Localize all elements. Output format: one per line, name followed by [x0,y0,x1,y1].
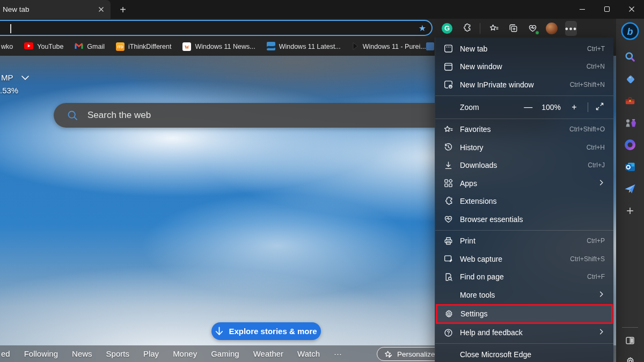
add-sidebar-icon[interactable]: + [619,204,641,217]
games-icon[interactable] [619,116,641,129]
menu-item-help-and-feedback[interactable]: Help and feedback [435,324,613,342]
tools-icon[interactable] [619,94,641,107]
bookmark-item[interactable]: Windows 11 Latest... [267,42,341,52]
bookmark-item[interactable]: iTDiThinkDifferent [116,42,171,51]
browser-toolbar: ★ G●●● [0,19,616,38]
web-capture-icon [443,254,453,264]
nav-item[interactable]: Following [24,349,58,358]
extensions-icon[interactable] [460,22,472,35]
bookmark-label: Windows 11 News... [195,43,255,50]
split-view-icon[interactable] [619,334,641,347]
nav-item[interactable]: Weather [253,349,283,358]
menu-item-downloads[interactable]: DownloadsCtrl+J [435,157,613,175]
outlook-icon[interactable] [619,160,641,173]
favorite-star-icon[interactable]: ★ [419,23,426,34]
menu-item-label: Find on page [460,272,504,281]
bookmark-label: wko [1,43,13,50]
chevron-right-icon [598,291,605,299]
menu-item-new-tab[interactable]: New tabCtrl+T [435,40,613,58]
nav-item[interactable]: ed [1,349,10,358]
menu-item-shortcut: Ctrl+F [587,273,605,280]
menu-item-label: Apps [460,179,477,188]
fullscreen-icon[interactable] [595,101,605,113]
address-bar[interactable]: ★ [0,20,433,36]
downloads-icon [443,160,453,171]
bookmark-item[interactable]: Windows 11 - Purei... [352,42,426,52]
browser-essentials-icon[interactable] [526,22,538,35]
toolbar-divider [480,23,480,34]
menu-item-extensions[interactable]: Extensions [435,193,613,211]
menu-item-label: Downloads [460,161,497,169]
bookmark-label: Windows 11 Latest... [279,43,341,50]
favorites-icon[interactable] [488,22,500,35]
profile-avatar[interactable] [546,22,558,35]
bookmark-item[interactable]: wWindows 11 News... [182,42,255,51]
bookmark-item[interactable]: YouTube [24,42,63,51]
minimize-button[interactable] [570,0,595,18]
sidebar-divider [622,327,638,328]
drop-icon[interactable] [619,182,641,195]
nav-item[interactable]: News [72,349,92,358]
browser-essentials-icon [443,214,453,224]
menu-item-history[interactable]: HistoryCtrl+H [435,138,613,157]
nav-item[interactable]: Gaming [211,349,239,358]
sidebar-bottom [616,327,644,362]
sidebar-settings-gear-icon[interactable] [619,354,641,362]
menu-item-new-inprivate-window[interactable]: New InPrivate windowCtrl+Shift+N [435,76,613,94]
nav-item[interactable]: Play [143,349,159,358]
search-placeholder: Search the web [87,110,151,121]
market-widget[interactable]: MP .53% [0,73,30,95]
text-cursor [10,24,11,33]
collections-icon[interactable] [507,22,519,35]
chevron-right-icon [598,328,605,337]
menu-item-more-tools[interactable]: More tools [435,286,613,304]
inprivate-icon [443,79,453,90]
gmail-icon [75,42,83,51]
zoom-in-button[interactable]: + [568,102,580,112]
menu-item-label: Help and feedback [460,328,523,337]
menu-item-favorites[interactable]: FavoritesCtrl+Shift+O [435,121,613,139]
maximize-button[interactable] [595,0,619,18]
personalize-label: Personalize [397,350,435,358]
nav-item[interactable]: Watch [297,349,320,358]
menu-item-label: Browser essentials [460,215,523,224]
menu-item-label: Zoom [460,103,479,112]
menu-item-print[interactable]: PrintCtrl+P [435,232,613,250]
bookmark-item[interactable]: wko [1,43,13,50]
menu-item-apps[interactable]: Apps [435,174,613,193]
menu-item-find-on-page[interactable]: Find on pageCtrl+F [435,268,613,286]
help-icon [443,328,453,338]
microsoft365-icon[interactable] [619,138,641,151]
youtube-icon [24,42,33,51]
bookmark-label: Windows 11 - Purei... [363,43,426,50]
menu-item-new-window[interactable]: New windowCtrl+N [435,58,613,76]
extensions-icon [443,196,453,206]
new-window-icon [443,62,453,72]
bookmark-item[interactable]: Gmail [75,42,105,51]
bing-chat-icon[interactable]: b [619,21,641,41]
menu-item-browser-essentials[interactable]: Browser essentials [435,210,613,228]
explore-stories-button[interactable]: Explore stories & more [211,322,321,340]
itd-icon: iTD [116,42,125,51]
menu-item-settings[interactable]: Settings [436,304,613,324]
menu-item-label: New window [460,62,502,71]
sidebar-search-icon[interactable] [619,50,641,63]
menu-item-shortcut: Ctrl+N [587,63,605,70]
menu-item-web-capture[interactable]: Web captureCtrl+Shift+S [435,250,613,268]
menu-item-close-microsoft-edge[interactable]: Close Microsoft Edge [435,345,613,362]
more-icon[interactable]: ●●● [565,22,577,35]
nav-item[interactable]: Sports [106,349,129,358]
shopping-icon[interactable] [619,72,641,85]
close-tab-icon[interactable] [96,4,106,15]
chevron-down-icon[interactable] [21,75,30,80]
close-window-button[interactable] [619,0,644,18]
menu-separator [435,230,613,231]
clipped-favicon[interactable] [426,42,434,53]
nav-item[interactable]: Money [173,349,197,358]
tab-new-tab[interactable]: New tab [0,0,111,19]
nav-item[interactable]: ··· [334,349,342,358]
arrow-down-icon [215,327,223,336]
grammarly-icon[interactable]: G [441,22,453,35]
new-tab-button[interactable]: + [115,2,131,17]
zoom-out-button[interactable]: — [522,102,534,112]
